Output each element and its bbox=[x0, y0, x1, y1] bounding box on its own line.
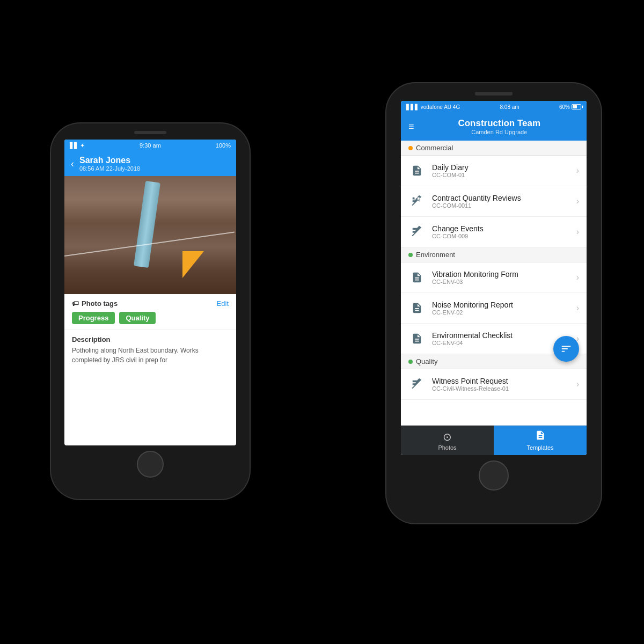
section-environment: Environment bbox=[401, 247, 587, 262]
tab-templates-label: Templates bbox=[526, 444, 553, 451]
doc-icon-3 bbox=[408, 299, 426, 317]
edit-link[interactable]: Edit bbox=[217, 299, 229, 308]
tab-templates[interactable]: Templates bbox=[494, 426, 587, 455]
right-battery: 60% bbox=[559, 104, 581, 110]
right-home-button[interactable] bbox=[479, 460, 509, 491]
left-header-info: Sarah Jones 08:56 AM 22-July-2018 bbox=[79, 156, 140, 172]
left-time: 9:30 am bbox=[140, 142, 161, 149]
description-section: Description Potholing along North East b… bbox=[64, 330, 236, 370]
left-home-button[interactable] bbox=[137, 451, 164, 478]
photo-area bbox=[64, 176, 236, 294]
tag-chips: Progress Quality bbox=[72, 312, 229, 324]
photo-meta: 🏷 Photo tags Edit Progress Quality bbox=[64, 294, 236, 330]
battery-icon bbox=[572, 104, 581, 109]
tab-photos-label: Photos bbox=[438, 444, 456, 451]
chevron-witness: › bbox=[576, 379, 579, 389]
cross-icon-1 bbox=[408, 193, 426, 210]
list-item-witness[interactable]: Witness Point Request CC-Civil-Witness-R… bbox=[401, 369, 587, 400]
right-carrier-network: ▋▋▋ vodafone AU 4G bbox=[406, 104, 460, 110]
template-icon bbox=[535, 430, 546, 443]
list-item-contract-qty[interactable]: Contract Quantity Reviews CC-COM-0011 › bbox=[401, 186, 587, 217]
right-speaker bbox=[475, 92, 513, 96]
battery-fill bbox=[573, 105, 577, 108]
tab-bar: ⊙ Photos Templates bbox=[401, 425, 587, 455]
camera-icon: ⊙ bbox=[443, 430, 452, 443]
chevron-daily-diary: › bbox=[576, 166, 579, 175]
left-signal-wifi: ▋▋ ✦ bbox=[70, 142, 85, 149]
item-text-witness: Witness Point Request CC-Civil-Witness-R… bbox=[432, 377, 576, 392]
signal-icon: ▋▋▋ bbox=[406, 104, 419, 110]
dot-quality bbox=[408, 360, 413, 364]
chevron-contract-qty: › bbox=[576, 196, 579, 206]
left-header-name: Sarah Jones bbox=[79, 156, 140, 165]
right-header-subtitle: Camden Rd Upgrade bbox=[420, 129, 579, 135]
photo-scene bbox=[64, 176, 236, 294]
tag-progress[interactable]: Progress bbox=[72, 312, 115, 324]
description-label: Description bbox=[72, 335, 229, 343]
tab-photos[interactable]: ⊙ Photos bbox=[401, 426, 494, 455]
item-text-noise: Noise Monitoring Report CC-ENV-02 bbox=[432, 301, 576, 316]
right-header: ≡ Construction Team Camden Rd Upgrade bbox=[401, 113, 587, 141]
list-item-change-events[interactable]: Change Events CC-COM-009 › bbox=[401, 217, 587, 247]
fab-filter[interactable] bbox=[553, 336, 579, 362]
chevron-change-events: › bbox=[576, 227, 579, 237]
photo-tags-row: 🏷 Photo tags Edit bbox=[72, 299, 229, 308]
section-commercial: Commercial bbox=[401, 141, 587, 156]
photo-tags-label: 🏷 Photo tags bbox=[72, 299, 118, 308]
cross-icon-3 bbox=[408, 376, 426, 393]
list-item-noise[interactable]: Noise Monitoring Report CC-ENV-02 › bbox=[401, 293, 587, 324]
list-item-vibration[interactable]: Vibration Monitoring Form CC-ENV-03 › bbox=[401, 262, 587, 293]
item-text-contract-qty: Contract Quantity Reviews CC-COM-0011 bbox=[432, 194, 576, 209]
back-button[interactable]: ‹ bbox=[71, 158, 74, 170]
chevron-vibration: › bbox=[576, 273, 579, 282]
doc-icon-1 bbox=[408, 162, 426, 179]
flag bbox=[182, 251, 204, 278]
left-battery: 100% bbox=[216, 142, 231, 149]
phone-right: ▋▋▋ vodafone AU 4G 8:08 am 60% ≡ Constru… bbox=[386, 83, 601, 523]
right-screen: ▋▋▋ vodafone AU 4G 8:08 am 60% ≡ Constru… bbox=[401, 101, 587, 455]
list-content: Commercial Daily Diary CC-COM-01 › bbox=[401, 141, 587, 425]
left-header: ‹ Sarah Jones 08:56 AM 22-July-2018 bbox=[64, 151, 236, 176]
item-text-change-events: Change Events CC-COM-009 bbox=[432, 224, 576, 239]
left-speaker bbox=[134, 131, 166, 134]
cross-icon-2 bbox=[408, 223, 426, 240]
left-status-bar: ▋▋ ✦ 9:30 am 100% bbox=[64, 140, 236, 151]
dot-environment bbox=[408, 253, 413, 257]
phone-left: ▋▋ ✦ 9:30 am 100% ‹ Sarah Jones 08:56 AM… bbox=[51, 123, 250, 499]
chevron-noise: › bbox=[576, 303, 579, 313]
scene: ▋▋ ✦ 9:30 am 100% ‹ Sarah Jones 08:56 AM… bbox=[0, 0, 644, 644]
menu-button[interactable]: ≡ bbox=[408, 121, 414, 133]
list-item-daily-diary[interactable]: Daily Diary CC-COM-01 › bbox=[401, 156, 587, 186]
tag-quality[interactable]: Quality bbox=[119, 312, 156, 324]
right-time: 8:08 am bbox=[500, 104, 519, 110]
dot-commercial bbox=[408, 146, 413, 150]
left-header-timestamp: 08:56 AM 22-July-2018 bbox=[79, 165, 140, 172]
doc-icon-4 bbox=[408, 330, 426, 347]
right-status-bar: ▋▋▋ vodafone AU 4G 8:08 am 60% bbox=[401, 101, 587, 113]
right-header-title: Construction Team bbox=[420, 118, 579, 129]
item-text-daily-diary: Daily Diary CC-COM-01 bbox=[432, 163, 576, 178]
left-screen: ▋▋ ✦ 9:30 am 100% ‹ Sarah Jones 08:56 AM… bbox=[64, 140, 236, 445]
description-text: Potholing along North East boundary. Wor… bbox=[72, 346, 229, 365]
item-text-vibration: Vibration Monitoring Form CC-ENV-03 bbox=[432, 270, 576, 285]
doc-icon-2 bbox=[408, 269, 426, 286]
right-header-info: Construction Team Camden Rd Upgrade bbox=[420, 118, 579, 135]
